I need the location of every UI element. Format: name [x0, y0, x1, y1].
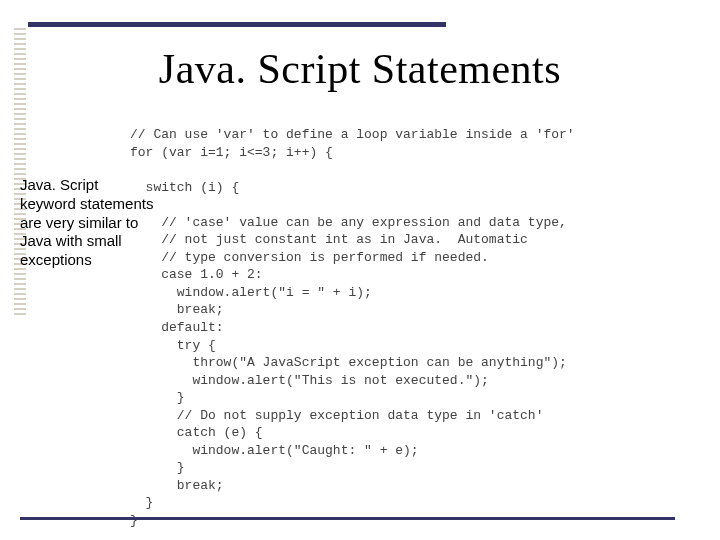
bottom-rule — [20, 517, 675, 520]
code-block: // Can use 'var' to define a loop variab… — [130, 126, 700, 530]
slide-title: Java. Script Statements — [0, 45, 720, 93]
top-rule — [28, 22, 446, 27]
slide: Java. Script Statements Java. Script key… — [0, 0, 720, 540]
